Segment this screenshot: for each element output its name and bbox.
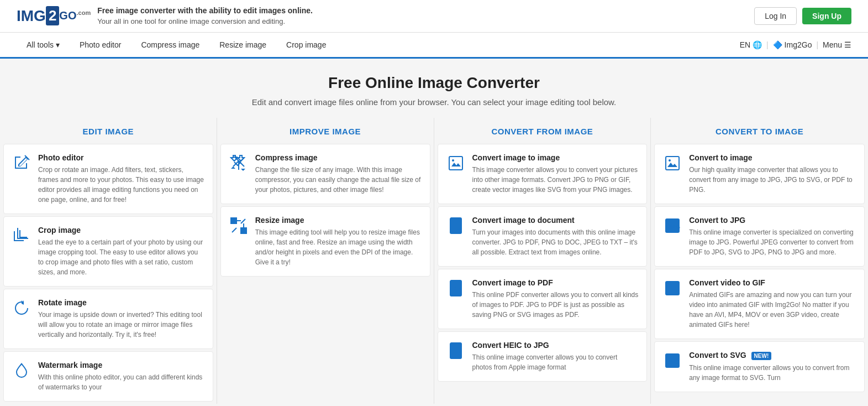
svg-point-15 — [669, 159, 671, 162]
nav-photo-editor[interactable]: Photo editor — [70, 33, 131, 57]
to-image-desc: Our high quality image converter that al… — [689, 165, 856, 195]
rotate-title: Rotate image — [38, 298, 205, 307]
svg-rect-14 — [666, 157, 679, 170]
compress-text: Compress image Change the file size of a… — [255, 153, 422, 195]
logo-go: GO.com — [59, 9, 91, 22]
tool-watermark-image[interactable]: Watermark image With this online photo e… — [3, 351, 213, 402]
tool-convert-to-doc[interactable]: Convert image to document Turn your imag… — [438, 206, 648, 267]
logo-com: .com — [76, 10, 91, 17]
resize-desc: This image editing tool will help you to… — [255, 227, 422, 267]
header: IMG 2 GO.com Free image converter with t… — [0, 0, 868, 33]
to-jpg-text: Convert to JPG This online image convert… — [689, 216, 856, 257]
to-gif-title: Convert video to GIF — [689, 278, 856, 287]
watermark-desc: With this online photo editor, you can a… — [38, 372, 205, 392]
nav-resize-image[interactable]: Resize image — [209, 33, 276, 57]
column-header-edit: EDIT IMAGE — [0, 118, 217, 142]
svg-rect-18 — [666, 282, 679, 295]
tool-to-jpg[interactable]: JPG Convert to JPG This online image con… — [654, 206, 865, 267]
header-actions: Log In Sign Up — [754, 7, 851, 25]
crop-desc: Lead the eye to a certain part of your p… — [38, 237, 205, 277]
watermark-text: Watermark image With this online photo e… — [38, 361, 205, 392]
resize-title: Resize image — [255, 216, 422, 225]
tool-convert-to-pdf[interactable]: Convert image to PDF This online PDF con… — [438, 269, 648, 329]
signup-button[interactable]: Sign Up — [802, 8, 851, 24]
hero: Free Online Image Converter Edit and con… — [0, 59, 868, 118]
to-svg-icon: SVG — [662, 351, 682, 371]
to-jpg-desc: This online image converter is specializ… — [689, 227, 856, 257]
compress-icon — [229, 153, 249, 173]
convert-pdf-icon — [446, 278, 466, 298]
svg-text:JPG: JPG — [668, 223, 680, 230]
logo-area: IMG 2 GO.com Free image converter with t… — [17, 6, 313, 27]
hero-title: Free Online Image Converter — [11, 74, 857, 92]
photo-editor-title: Photo editor — [38, 153, 205, 162]
photo-editor-icon — [12, 153, 31, 173]
tool-resize-image[interactable]: Resize image This image editing tool wil… — [220, 206, 430, 277]
header-tagline: Free image converter with the ability to… — [97, 6, 313, 27]
compress-title: Compress image — [255, 153, 422, 162]
tagline-sub: Your all in one tool for online image co… — [97, 17, 285, 25]
rotate-desc: Your image is upside down or inverted? T… — [38, 310, 205, 340]
tool-convert-heic[interactable]: Convert HEIC to JPG This online image co… — [438, 331, 648, 382]
tool-compress-image[interactable]: Compress image Change the file size of a… — [220, 144, 430, 204]
to-gif-icon — [662, 278, 682, 298]
logo[interactable]: IMG 2 GO.com — [17, 6, 91, 25]
lang-selector[interactable]: EN 🌐 — [740, 40, 762, 49]
crop-title: Crop image — [38, 226, 205, 235]
to-svg-title: Convert to SVG NEW! — [689, 351, 856, 360]
convert-img-icon — [446, 153, 466, 173]
svg-point-5 — [452, 159, 454, 162]
to-svg-desc: This online image converter allows you t… — [689, 363, 856, 383]
to-jpg-icon: JPG — [662, 216, 682, 236]
tool-crop-image[interactable]: Crop image Lead the eye to a certain par… — [3, 216, 213, 287]
svg-rect-1 — [233, 157, 238, 158]
resize-text: Resize image This image editing tool wil… — [255, 216, 422, 267]
new-badge: NEW! — [751, 352, 772, 360]
convert-heic-icon — [446, 341, 466, 361]
to-svg-text: Convert to SVG NEW! This online image co… — [689, 351, 856, 383]
watermark-icon — [12, 361, 31, 381]
nav-all-tools[interactable]: All tools ▾ — [17, 33, 70, 57]
to-jpg-title: Convert to JPG — [689, 216, 856, 225]
convert-heic-title: Convert HEIC to JPG — [472, 341, 639, 350]
to-gif-text: Convert video to GIF Animated GIFs are a… — [689, 278, 856, 330]
login-button[interactable]: Log In — [754, 7, 797, 25]
nav: All tools ▾ Photo editor Compress image … — [0, 33, 868, 59]
tool-to-svg[interactable]: SVG Convert to SVG NEW! This online imag… — [654, 341, 865, 392]
resize-icon — [229, 216, 249, 236]
nav-left: All tools ▾ Photo editor Compress image … — [17, 33, 336, 57]
nav-right: EN 🌐 | 🔷 Img2Go | Menu ☰ — [740, 40, 851, 49]
crop-text: Crop image Lead the eye to a certain par… — [38, 226, 205, 277]
brand-link[interactable]: 🔷 Img2Go — [773, 40, 812, 49]
convert-img-text: Convert image to image This image conver… — [472, 153, 639, 195]
divider-2: | — [816, 40, 818, 49]
tool-to-gif[interactable]: Convert video to GIF Animated GIFs are a… — [654, 269, 865, 339]
tool-convert-img-to-img[interactable]: Convert image to image This image conver… — [438, 144, 648, 204]
to-image-icon — [662, 153, 682, 173]
tool-rotate-image[interactable]: Rotate image Your image is upside down o… — [3, 289, 213, 349]
tool-to-image[interactable]: Convert to image Our high quality image … — [654, 144, 865, 204]
tagline-main: Free image converter with the ability to… — [97, 6, 313, 17]
column-header-convert-to: CONVERT TO IMAGE — [651, 118, 868, 142]
photo-editor-text: Photo editor Crop or rotate an image. Ad… — [38, 153, 205, 205]
convert-pdf-desc: This online PDF converter allows you to … — [472, 290, 639, 320]
convert-heic-desc: This online image converter allows you t… — [472, 352, 639, 372]
logo-img-text: IMG — [17, 7, 46, 25]
to-image-text: Convert to image Our high quality image … — [689, 153, 856, 195]
column-header-convert-from: CONVERT FROM IMAGE — [434, 118, 651, 142]
nav-compress-image[interactable]: Compress image — [131, 33, 209, 57]
convert-doc-text: Convert image to document Turn your imag… — [472, 216, 639, 257]
to-gif-desc: Animated GIFs are amazing and now you ca… — [689, 290, 856, 330]
menu-button[interactable]: Menu ☰ — [823, 40, 851, 49]
convert-heic-text: Convert HEIC to JPG This online image co… — [472, 341, 639, 372]
convert-img-title: Convert image to image — [472, 153, 639, 162]
rotate-icon — [12, 298, 31, 318]
column-convert-from: CONVERT FROM IMAGE Convert image to imag… — [434, 118, 651, 404]
column-improve-image: IMPROVE IMAGE Compress image Change the … — [217, 118, 434, 404]
divider-1: | — [766, 40, 769, 49]
tool-photo-editor[interactable]: Photo editor Crop or rotate an image. Ad… — [3, 144, 213, 214]
nav-crop-image[interactable]: Crop image — [276, 33, 336, 57]
column-header-improve: IMPROVE IMAGE — [217, 118, 434, 142]
rotate-text: Rotate image Your image is upside down o… — [38, 298, 205, 340]
columns-container: EDIT IMAGE Photo editor Crop or rotate a… — [0, 118, 868, 406]
